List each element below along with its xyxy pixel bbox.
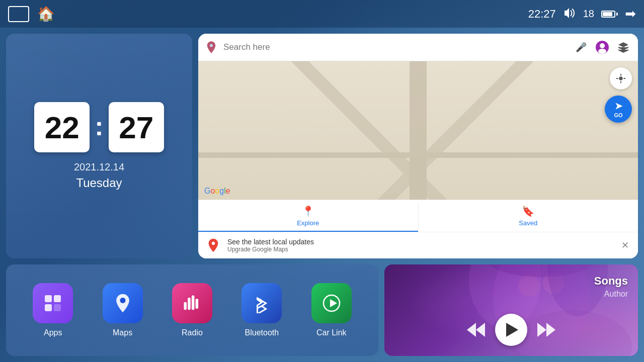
status-time: 22:27 — [528, 8, 556, 21]
svg-point-2 — [598, 49, 606, 54]
svg-rect-8 — [196, 299, 199, 309]
svg-point-16 — [518, 275, 540, 297]
svg-marker-23 — [546, 323, 555, 337]
top-row: 22 : 27 2021.12.14 Tuesday 🎤 — [0, 28, 644, 261]
app-item-radio[interactable]: Radio — [172, 283, 212, 337]
map-area[interactable]: ➤ GO Google — [198, 61, 638, 200]
radio-icon — [172, 283, 212, 323]
music-play-button[interactable] — [495, 314, 527, 346]
svg-point-1 — [600, 43, 605, 48]
main-content: 22 : 27 2021.12.14 Tuesday 🎤 — [0, 28, 644, 362]
back-button[interactable]: ⬅ — [625, 6, 636, 22]
svg-marker-20 — [476, 323, 485, 337]
maps-app-icon — [103, 283, 143, 323]
maps-search-bar: 🎤 — [198, 34, 638, 61]
clock-day: Tuesday — [76, 176, 122, 190]
svg-rect-5 — [184, 302, 187, 310]
app-item-bluetooth[interactable]: Bluetooth — [242, 283, 282, 337]
svg-rect-6 — [188, 298, 191, 310]
banner-maps-icon — [205, 237, 221, 253]
radio-label: Radio — [182, 328, 203, 337]
explore-icon: 📍 — [302, 205, 314, 217]
svg-marker-22 — [537, 323, 546, 337]
music-author: Author — [594, 290, 628, 299]
svg-marker-21 — [467, 323, 476, 337]
banner-text: See the latest local updates Upgrade Goo… — [227, 238, 613, 253]
bottom-row: Apps Maps — [0, 261, 644, 362]
music-controls — [384, 314, 638, 346]
maps-mic-button[interactable]: 🎤 — [573, 39, 590, 56]
svg-point-4 — [120, 298, 125, 303]
clock-colon: : — [95, 113, 103, 139]
local-updates-banner: See the latest local updates Upgrade Goo… — [198, 232, 638, 258]
maps-app-label: Maps — [113, 328, 132, 337]
app-item-carlink[interactable]: Car Link — [311, 283, 352, 337]
music-next-button[interactable] — [537, 323, 555, 337]
app-item-maps[interactable]: Maps — [103, 283, 143, 337]
clock-widget: 22 : 27 2021.12.14 Tuesday — [6, 34, 192, 258]
maps-account-button[interactable] — [594, 39, 611, 56]
maps-layers-button[interactable] — [615, 39, 632, 56]
maps-tab-saved[interactable]: 🔖 Saved — [419, 200, 638, 232]
status-right: 22:27 18 ⬅ — [528, 6, 636, 22]
volume-level: 18 — [583, 8, 594, 20]
maps-search-input[interactable] — [223, 42, 568, 52]
go-label: GO — [614, 112, 622, 118]
maps-tab-explore[interactable]: 📍 Explore — [198, 200, 418, 232]
app-item-apps[interactable]: Apps — [33, 283, 73, 337]
home-icon[interactable]: 🏠 — [37, 6, 55, 22]
saved-label: Saved — [519, 219, 537, 227]
carlink-label: Car Link — [316, 328, 347, 337]
clock-digits: 22 : 27 — [34, 102, 164, 152]
status-left: 🏠 — [8, 6, 55, 22]
google-logo: Google — [204, 187, 230, 196]
explore-label: Explore — [297, 219, 319, 227]
banner-close-button[interactable]: ✕ — [619, 238, 631, 253]
svg-marker-12 — [330, 299, 337, 307]
maps-tabs: 📍 Explore 🔖 Saved — [198, 200, 638, 232]
window-icon[interactable] — [8, 6, 29, 22]
saved-icon: 🔖 — [522, 205, 534, 217]
clock-date: 2021.12.14 — [74, 161, 124, 173]
music-widget: Songs Author — [384, 264, 638, 356]
bluetooth-label: Bluetooth — [245, 328, 279, 337]
bluetooth-icon — [242, 283, 282, 323]
svg-point-3 — [619, 76, 622, 80]
battery-icon — [601, 11, 618, 18]
music-info: Songs Author — [594, 275, 628, 299]
apps-label: Apps — [44, 328, 62, 337]
music-prev-button[interactable] — [467, 323, 485, 337]
volume-icon[interactable] — [563, 7, 576, 21]
maps-pin-icon — [204, 40, 218, 54]
shortcuts-widget: Apps Maps — [6, 264, 378, 356]
apps-icon — [33, 283, 73, 323]
carlink-icon — [311, 283, 352, 323]
maps-search-actions: 🎤 — [573, 39, 632, 56]
status-bar: 🏠 22:27 18 ⬅ — [0, 0, 644, 28]
banner-subtitle: Upgrade Google Maps — [227, 246, 613, 253]
banner-title: See the latest local updates — [227, 238, 613, 246]
maps-widget: 🎤 — [198, 34, 638, 258]
clock-minutes: 27 — [109, 102, 164, 152]
clock-hours: 22 — [34, 102, 90, 152]
music-title: Songs — [594, 275, 628, 288]
svg-rect-7 — [192, 296, 195, 310]
map-go-button[interactable]: ➤ GO — [605, 96, 632, 123]
map-location-button[interactable] — [610, 67, 632, 89]
